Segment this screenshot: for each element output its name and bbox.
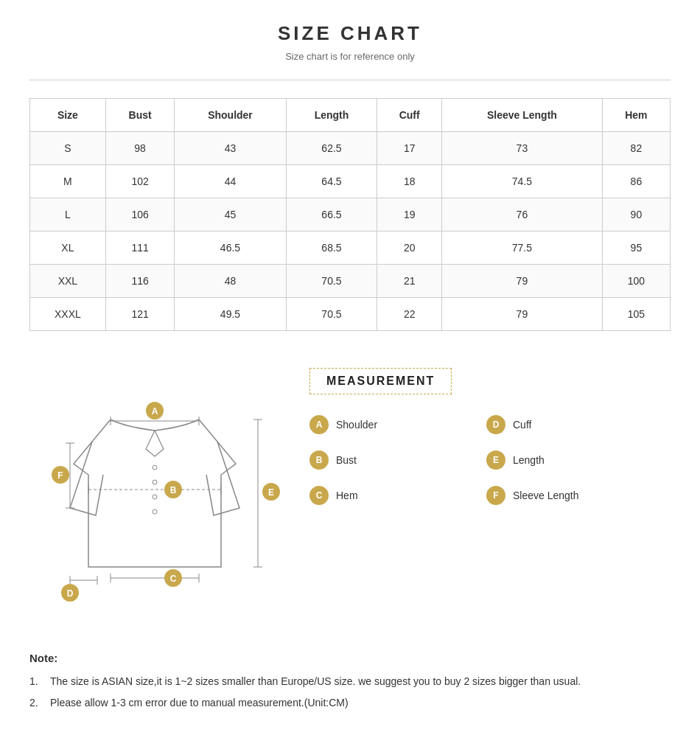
table-header-cell: Size — [30, 99, 106, 132]
note-text: Please allow 1-3 cm error due to manual … — [50, 694, 349, 712]
note-text: The size is ASIAN size,it is 1~2 sizes s… — [50, 672, 581, 691]
diagram-section: A B C D E F MEASUREMENT AShoulderDCuffBB… — [29, 361, 671, 611]
table-cell: 43 — [175, 132, 286, 165]
measurement-title: MEASUREMENT — [309, 368, 452, 394]
notes-section: Note: 1.The size is ASIAN size,it is 1~2… — [29, 641, 671, 712]
table-cell: 49.5 — [175, 298, 286, 331]
table-cell: 86 — [602, 165, 670, 198]
shirt-diagram: A B C D E F — [29, 361, 280, 611]
measure-badge: E — [486, 450, 505, 470]
table-cell: 44 — [175, 165, 286, 198]
table-cell: 46.5 — [175, 232, 286, 265]
table-body: S984362.5177382M1024464.51874.586L106456… — [30, 132, 671, 331]
svg-point-1 — [153, 480, 157, 484]
table-row: M1024464.51874.586 — [30, 165, 671, 198]
table-cell: XL — [30, 232, 106, 265]
table-cell: XXXL — [30, 298, 106, 331]
measurement-item: BBust — [309, 450, 479, 470]
notes-title: Note: — [29, 648, 671, 668]
table-header-cell: Hem — [602, 99, 670, 132]
table-header-cell: Sleeve Length — [441, 99, 602, 132]
table-cell: 79 — [441, 265, 602, 298]
note-item: 2.Please allow 1-3 cm error due to manua… — [29, 694, 671, 712]
table-cell: 18 — [377, 165, 442, 198]
table-cell: 76 — [441, 198, 602, 232]
table-header-cell: Shoulder — [175, 99, 286, 132]
measure-badge: A — [309, 415, 329, 434]
svg-point-0 — [153, 465, 157, 470]
measurement-item: ELength — [486, 450, 656, 470]
table-cell: M — [30, 165, 106, 198]
page-subtitle: Size chart is for reference only — [29, 51, 671, 62]
table-cell: L — [30, 198, 106, 232]
measurement-item: AShoulder — [309, 415, 479, 434]
table-cell: XXL — [30, 265, 106, 298]
table-row: XXXL12149.570.52279105 — [30, 298, 671, 331]
table-row: L1064566.5197690 — [30, 198, 671, 232]
table-cell: 21 — [377, 265, 442, 298]
note-item: 1.The size is ASIAN size,it is 1~2 sizes… — [29, 672, 671, 691]
table-cell: 98 — [105, 132, 175, 165]
measure-badge: C — [309, 486, 329, 505]
table-header-row: SizeBustShoulderLengthCuffSleeve LengthH… — [30, 99, 671, 132]
table-cell: 68.5 — [286, 232, 377, 265]
measurement-item: DCuff — [486, 415, 656, 434]
table-cell: 95 — [602, 232, 670, 265]
table-header-cell: Cuff — [377, 99, 442, 132]
table-cell: 74.5 — [441, 165, 602, 198]
svg-text:B: B — [170, 485, 177, 495]
table-cell: 62.5 — [286, 132, 377, 165]
note-number: 1. — [29, 672, 44, 691]
svg-point-3 — [153, 509, 157, 514]
table-cell: 45 — [175, 198, 286, 232]
table-cell: S — [30, 132, 106, 165]
table-cell: 66.5 — [286, 198, 377, 232]
svg-text:C: C — [170, 574, 177, 584]
table-cell: 105 — [602, 298, 670, 331]
measure-label: Shoulder — [336, 419, 377, 431]
table-cell: 90 — [602, 198, 670, 232]
table-cell: 73 — [441, 132, 602, 165]
notes-list: 1.The size is ASIAN size,it is 1~2 sizes… — [29, 672, 671, 712]
svg-text:D: D — [67, 588, 74, 599]
svg-text:F: F — [57, 470, 63, 481]
measure-badge: D — [486, 415, 505, 434]
table-header-cell: Length — [286, 99, 377, 132]
table-cell: 116 — [105, 265, 175, 298]
table-cell: 20 — [377, 232, 442, 265]
svg-text:A: A — [152, 406, 158, 417]
measurement-grid: AShoulderDCuffBBustELengthCHemFSleeve Le… — [309, 415, 656, 505]
measure-label: Hem — [336, 490, 358, 501]
table-row: XL11146.568.52077.595 — [30, 232, 671, 265]
measurement-item: CHem — [309, 486, 479, 505]
table-cell: 100 — [602, 265, 670, 298]
table-cell: 79 — [441, 298, 602, 331]
measure-label: Length — [513, 454, 545, 466]
table-cell: 48 — [175, 265, 286, 298]
measure-badge: F — [486, 486, 505, 505]
title-divider — [29, 80, 671, 80]
table-cell: 17 — [377, 132, 442, 165]
table-cell: 70.5 — [286, 298, 377, 331]
table-cell: 82 — [602, 132, 670, 165]
table-cell: 64.5 — [286, 165, 377, 198]
page-title: SIZE CHART — [29, 22, 671, 45]
table-header-cell: Bust — [105, 99, 175, 132]
measure-label: Sleeve Length — [513, 490, 579, 501]
table-cell: 22 — [377, 298, 442, 331]
svg-text:E: E — [268, 487, 274, 498]
note-number: 2. — [29, 694, 44, 712]
measurement-panel: MEASUREMENT AShoulderDCuffBBustELengthCH… — [295, 361, 671, 512]
table-row: XXL1164870.52179100 — [30, 265, 671, 298]
measure-badge: B — [309, 450, 329, 470]
measure-label: Cuff — [513, 419, 531, 431]
table-cell: 70.5 — [286, 265, 377, 298]
table-cell: 19 — [377, 198, 442, 232]
table-cell: 106 — [105, 198, 175, 232]
table-cell: 102 — [105, 165, 175, 198]
measurement-item: FSleeve Length — [486, 486, 656, 505]
table-row: S984362.5177382 — [30, 132, 671, 165]
size-table: SizeBustShoulderLengthCuffSleeve LengthH… — [29, 98, 671, 331]
table-cell: 111 — [105, 232, 175, 265]
table-cell: 77.5 — [441, 232, 602, 265]
